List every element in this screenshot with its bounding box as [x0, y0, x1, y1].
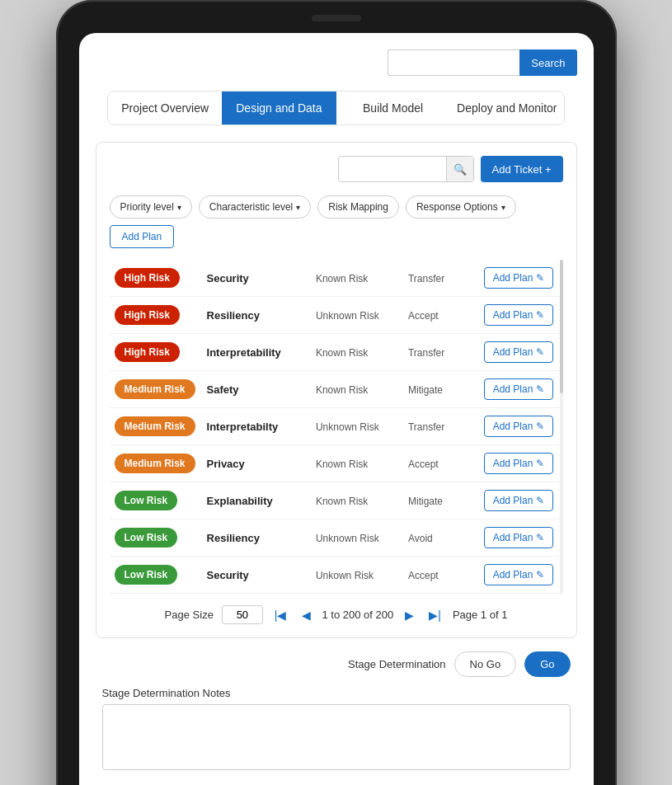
table-row: Low Risk Explanability Known Risk Mitiga… [110, 482, 563, 519]
pagination-prev-btn[interactable]: ◀ [298, 607, 314, 623]
pagination-range: 1 to 200 of 200 [322, 609, 394, 621]
risk-badge: High Risk [115, 305, 180, 325]
add-plan-filter-button[interactable]: Add Plan [110, 225, 175, 248]
priority-level-filter[interactable]: Priority level ▾ [110, 195, 192, 219]
risk-type: Known Risk [316, 384, 368, 396]
risk-type: Unkown Risk [316, 570, 374, 581]
characteristic-name: Resiliency [207, 309, 260, 322]
risk-badge: Medium Risk [115, 454, 195, 473]
stage-notes-section: Stage Determination Notes [102, 687, 571, 773]
stage-determination-row: Stage Determination No Go Go [102, 651, 571, 677]
scrollbar[interactable] [560, 260, 563, 594]
characteristic-name: Security [207, 272, 249, 284]
page-size-label: Page Size [165, 609, 214, 621]
scrollbar-thumb [560, 260, 563, 393]
table-row: Low Risk Security Unkown Risk Accept Add… [110, 557, 563, 594]
chevron-down-icon: ▾ [501, 203, 505, 212]
add-plan-row-button[interactable]: Add Plan ✎ [484, 527, 553, 548]
card-top-bar: 🔍 Add Ticket + [110, 156, 563, 182]
risk-type: Known Risk [316, 458, 368, 470]
top-search-input[interactable] [388, 49, 519, 76]
main-card: 🔍 Add Ticket + Priority level ▾ Characte… [96, 142, 577, 638]
add-plan-row-button[interactable]: Add Plan ✎ [484, 453, 553, 474]
table-row: Medium Risk Safety Known Risk Mitigate A… [110, 371, 563, 408]
tab-deploy-and-monitor[interactable]: Deploy and Monitor [450, 92, 564, 125]
response-type: Transfer [408, 347, 444, 359]
characteristic-name: Interpretabilty [207, 421, 279, 433]
card-search-wrap: 🔍 [338, 156, 474, 182]
chevron-down-icon: ▾ [177, 203, 181, 212]
add-plan-row-button[interactable]: Add Plan ✎ [484, 341, 553, 363]
no-go-button[interactable]: No Go [454, 651, 517, 677]
chevron-down-icon: ▾ [296, 203, 300, 212]
risk-badge: Medium Risk [115, 416, 195, 436]
risk-type: Unknown Risk [316, 533, 379, 544]
response-type: Transfer [408, 273, 444, 284]
characteristic-name: Interpretability [207, 346, 281, 359]
risk-type: Known Risk [316, 347, 368, 359]
card-search-input[interactable] [339, 160, 446, 179]
risk-badge: Low Risk [115, 528, 178, 548]
table-row: Medium Risk Privacy Known Risk Accept Ad… [110, 445, 563, 482]
table-row: Medium Risk Interpretabilty Unknown Risk… [110, 408, 563, 445]
tab-design-and-data[interactable]: Design and Data [222, 92, 336, 125]
table-row: Low Risk Resiliency Unknown Risk Avoid A… [110, 519, 563, 557]
tablet-shell: Search Project Overview Design and Data … [56, 0, 617, 785]
pagination-last-btn[interactable]: ▶| [425, 607, 444, 623]
risk-type: Known Risk [316, 273, 368, 284]
risk-badge: Low Risk [115, 565, 178, 585]
risk-badge: High Risk [115, 342, 180, 362]
notes-label: Stage Determination Notes [102, 687, 571, 699]
table-row: High Risk Interpretability Known Risk Tr… [110, 334, 563, 371]
response-type: Transfer [408, 421, 444, 433]
response-type: Accept [408, 458, 439, 470]
add-ticket-button[interactable]: Add Ticket + [481, 156, 563, 182]
response-type: Mitigate [408, 496, 443, 507]
characteristic-name: Resiliency [207, 532, 260, 544]
response-options-filter[interactable]: Response Options ▾ [406, 195, 516, 219]
characteristic-name: Explanability [207, 495, 273, 507]
characteristic-level-filter[interactable]: Characteristic level ▾ [199, 195, 311, 219]
risk-table-wrapper: High Risk Security Known Risk Transfer A… [110, 260, 563, 594]
risk-badge: Low Risk [115, 491, 178, 510]
filter-row: Priority level ▾ Characteristic level ▾ … [110, 195, 563, 248]
response-type: Mitigate [408, 384, 443, 396]
characteristic-name: Privacy [207, 458, 245, 470]
pagination-page-text: Page 1 of 1 [453, 609, 508, 621]
add-plan-row-button[interactable]: Add Plan ✎ [484, 490, 553, 511]
risk-type: Unknown Risk [316, 421, 379, 433]
stage-section: Stage Determination No Go Go Stage Deter… [96, 651, 577, 785]
response-type: Accept [408, 310, 439, 322]
risk-type: Unknown Risk [316, 310, 379, 322]
risk-type: Known Risk [316, 496, 368, 507]
table-row: High Risk Resiliency Unknown Risk Accept… [110, 297, 563, 334]
stage-determination-label: Stage Determination [348, 658, 446, 670]
risk-badge: High Risk [115, 268, 180, 288]
response-type: Avoid [408, 533, 433, 544]
response-type: Accept [408, 570, 439, 581]
tablet-screen: Search Project Overview Design and Data … [79, 33, 594, 785]
go-button[interactable]: Go [524, 651, 570, 677]
add-plan-row-button[interactable]: Add Plan ✎ [484, 564, 553, 585]
top-search-button[interactable]: Search [519, 49, 576, 76]
characteristic-name: Security [207, 569, 249, 581]
stage-notes-textarea[interactable] [102, 704, 571, 770]
risk-mapping-filter[interactable]: Risk Mapping [317, 195, 399, 219]
tab-project-overview[interactable]: Project Overview [108, 92, 222, 125]
add-plan-row-button[interactable]: Add Plan ✎ [484, 416, 553, 437]
risk-badge: Medium Risk [115, 379, 195, 399]
add-plan-row-button[interactable]: Add Plan ✎ [484, 378, 553, 400]
add-plan-row-button[interactable]: Add Plan ✎ [484, 267, 553, 289]
pagination-next-btn[interactable]: ▶ [402, 607, 417, 623]
risk-table: High Risk Security Known Risk Transfer A… [110, 260, 563, 594]
card-search-icon[interactable]: 🔍 [446, 157, 473, 181]
tab-build-model[interactable]: Build Model [336, 92, 450, 125]
pagination-row: Page Size |◀ ◀ 1 to 200 of 200 ▶ ▶| Page… [110, 605, 563, 624]
page-size-input[interactable] [222, 605, 263, 624]
nav-tabs: Project Overview Design and Data Build M… [107, 91, 565, 125]
table-row: High Risk Security Known Risk Transfer A… [110, 260, 563, 297]
top-bar: Search [96, 49, 577, 76]
add-plan-row-button[interactable]: Add Plan ✎ [484, 304, 553, 326]
pagination-first-btn[interactable]: |◀ [271, 607, 290, 623]
characteristic-name: Safety [207, 383, 239, 396]
